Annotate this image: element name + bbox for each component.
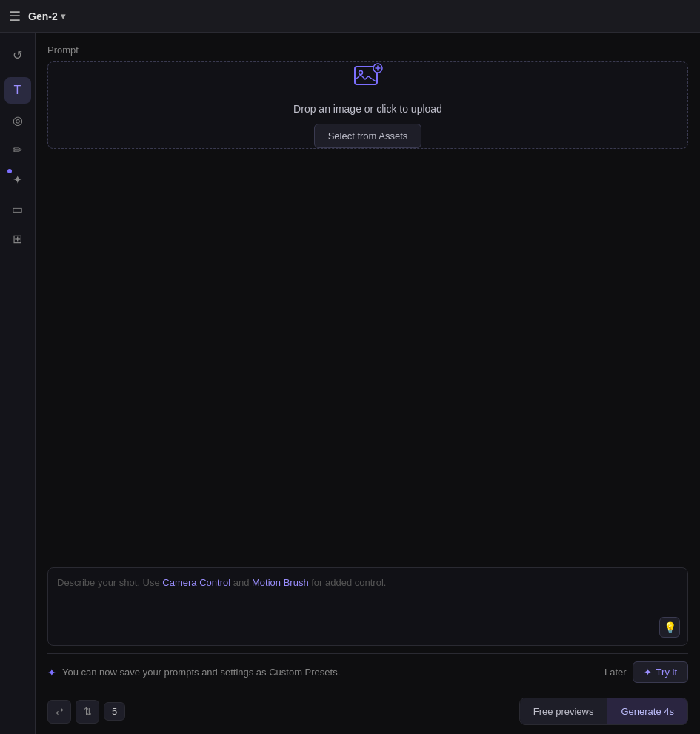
crop-icon: ▭	[12, 202, 23, 216]
sidebar: ↺ T ◎ ✏ ✦ ▭ ⊞	[0, 33, 36, 734]
notification-message: You can now save your prompts and settin…	[62, 667, 340, 678]
try-it-sparkle-icon: ✦	[644, 667, 652, 678]
select-assets-button[interactable]: Select from Assets	[314, 124, 422, 148]
text-icon: T	[14, 84, 21, 97]
try-it-button[interactable]: ✦ Try it	[633, 661, 688, 683]
bottom-right-controls: Free previews Generate 4s	[519, 698, 688, 725]
refresh-icon: ↺	[13, 48, 22, 62]
sidebar-item-camera[interactable]: ◎	[4, 107, 31, 133]
bottom-icon-btn-1[interactable]: ⇄	[47, 700, 71, 724]
notification-sparkle-icon: ✦	[47, 667, 56, 678]
settings-icon: ⇅	[84, 706, 92, 717]
svg-point-1	[359, 71, 362, 75]
free-previews-button[interactable]: Free previews	[520, 698, 608, 724]
main-layout: ↺ T ◎ ✏ ✦ ▭ ⊞ Prompt	[0, 33, 700, 734]
app-title-text: Gen-2	[28, 10, 58, 22]
upload-wrapper: Drop an image or click to upload Select …	[47, 61, 688, 558]
prompt-label: Prompt	[47, 44, 688, 56]
for-added-control-text: for added control.	[309, 577, 387, 588]
generate-button[interactable]: Generate 4s	[607, 698, 687, 724]
camera-icon: ◎	[13, 113, 23, 127]
notification-bar: ✦ You can now save your prompts and sett…	[47, 653, 688, 690]
lightbulb-icon-button[interactable]: 💡	[659, 617, 680, 638]
sidebar-item-text[interactable]: T	[4, 77, 31, 104]
brush-icon: ✏	[13, 143, 22, 157]
main-inner: Prompt Drop an image or clic	[47, 44, 688, 734]
sidebar-item-effects[interactable]: ✦	[4, 166, 31, 193]
upload-drop-text: Drop an image or click to upload	[293, 103, 442, 115]
upload-area[interactable]: Drop an image or click to upload Select …	[47, 61, 688, 149]
sidebar-item-crop[interactable]: ▭	[4, 196, 31, 222]
bottom-left-controls: ⇄ ⇅ 5	[47, 700, 125, 724]
sidebar-item-brush[interactable]: ✏	[4, 136, 31, 163]
topbar-title[interactable]: Gen-2 ▾	[28, 10, 65, 22]
notification-right: Later ✦ Try it	[604, 661, 688, 683]
sidebar-item-layers[interactable]: ⊞	[4, 225, 31, 252]
later-button[interactable]: Later	[604, 667, 627, 678]
aspect-ratio-icon: ⇄	[56, 706, 64, 717]
menu-icon[interactable]: ☰	[9, 8, 21, 24]
topbar: ☰ Gen-2 ▾	[0, 0, 700, 33]
sidebar-item-refresh[interactable]: ↺	[4, 41, 31, 68]
camera-control-link[interactable]: Camera Control	[162, 577, 230, 588]
layers-icon: ⊞	[13, 232, 22, 246]
upload-image-icon	[353, 62, 383, 94]
bottom-bar: ⇄ ⇅ 5 Free previews Generate 4s	[47, 690, 688, 734]
motion-brush-link[interactable]: Motion Brush	[252, 577, 309, 588]
try-it-label: Try it	[656, 667, 677, 678]
effects-icon: ✦	[13, 173, 22, 187]
notification-left: ✦ You can now save your prompts and sett…	[47, 667, 340, 678]
textarea-placeholder-row: Describe your shot. Use Camera Control a…	[57, 577, 679, 636]
main-panel: Prompt Drop an image or clic	[36, 33, 700, 734]
bottom-icon-btn-2[interactable]: ⇅	[76, 700, 99, 724]
count-badge[interactable]: 5	[104, 702, 125, 721]
textarea-section: Describe your shot. Use Camera Control a…	[47, 567, 688, 646]
chevron-down-icon: ▾	[61, 11, 65, 21]
lightbulb-icon: 💡	[664, 621, 676, 633]
